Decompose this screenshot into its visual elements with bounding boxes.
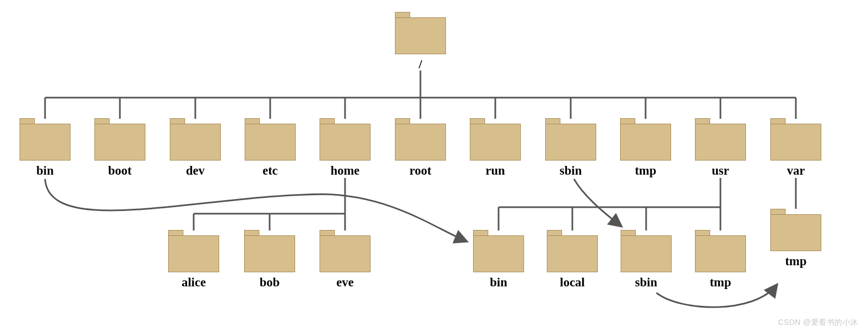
folder-label: tmp xyxy=(620,164,671,178)
folder-dev: dev xyxy=(170,124,221,161)
folder-icon xyxy=(620,124,671,161)
folder-label: bob xyxy=(244,276,295,290)
folder-label: eve xyxy=(320,276,371,290)
folder-label: root xyxy=(395,164,446,178)
folder-icon xyxy=(770,124,821,161)
folder-home-eve: eve xyxy=(320,235,371,272)
folder-label: boot xyxy=(94,164,145,178)
filesystem-tree-diagram: / bin boot dev etc home root run sbin tm… xyxy=(0,0,868,333)
folder-icon xyxy=(320,235,371,272)
folder-icon xyxy=(473,235,524,272)
folder-label: home xyxy=(320,164,371,178)
folder-label: sbin xyxy=(545,164,596,178)
folder-icon xyxy=(770,214,821,251)
folder-icon xyxy=(94,124,145,161)
folder-usr-bin: bin xyxy=(473,235,524,272)
folder-var-tmp: tmp xyxy=(770,214,821,251)
folder-home: home xyxy=(320,124,371,161)
folder-icon xyxy=(695,124,746,161)
folder-bin: bin xyxy=(20,124,71,161)
folder-icon xyxy=(621,235,672,272)
folder-usr: usr xyxy=(695,124,746,161)
folder-icon xyxy=(695,235,746,272)
folder-label: / xyxy=(395,57,446,72)
folder-var: var xyxy=(770,124,821,161)
folder-label: local xyxy=(547,276,598,290)
watermark-text: CSDN @爱看书的小沐 xyxy=(778,318,858,328)
folder-label: etc xyxy=(245,164,296,178)
folder-label: run xyxy=(470,164,521,178)
folder-home-alice: alice xyxy=(168,235,219,272)
folder-icon xyxy=(545,124,596,161)
folder-icon xyxy=(20,124,71,161)
folder-label: tmp xyxy=(770,254,821,268)
folder-icon xyxy=(395,17,446,54)
folder-icon xyxy=(395,124,446,161)
folder-usr-tmp: tmp xyxy=(695,235,746,272)
folder-icon xyxy=(244,235,295,272)
folder-label: tmp xyxy=(695,276,746,290)
folder-label: var xyxy=(770,164,821,178)
folder-icon xyxy=(245,124,296,161)
folder-label: usr xyxy=(695,164,746,178)
folder-root-dir: root xyxy=(395,124,446,161)
folder-usr-sbin: sbin xyxy=(621,235,672,272)
folder-icon xyxy=(320,124,371,161)
folder-icon xyxy=(547,235,598,272)
folder-root: / xyxy=(395,17,446,54)
folder-home-bob: bob xyxy=(244,235,295,272)
folder-label: sbin xyxy=(621,276,672,290)
folder-icon xyxy=(168,235,219,272)
folder-label: alice xyxy=(168,276,219,290)
folder-label: bin xyxy=(473,276,524,290)
folder-label: dev xyxy=(170,164,221,178)
folder-icon xyxy=(470,124,521,161)
folder-sbin: sbin xyxy=(545,124,596,161)
folder-icon xyxy=(170,124,221,161)
folder-usr-local: local xyxy=(547,235,598,272)
folder-tmp: tmp xyxy=(620,124,671,161)
folder-run: run xyxy=(470,124,521,161)
folder-boot: boot xyxy=(94,124,145,161)
folder-label: bin xyxy=(20,164,71,178)
folder-etc: etc xyxy=(245,124,296,161)
